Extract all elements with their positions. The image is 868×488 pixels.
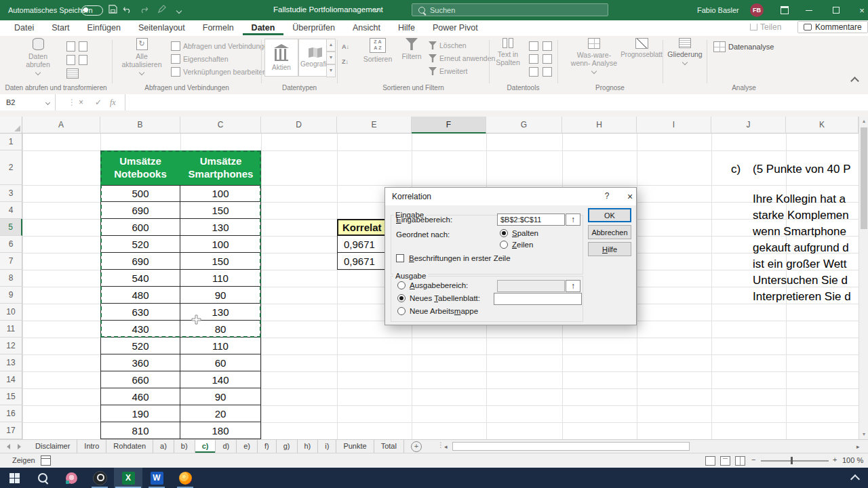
cell-C15[interactable]: 90 bbox=[180, 388, 261, 405]
cell-B10[interactable]: 630 bbox=[100, 304, 180, 321]
data-validation-icon[interactable] bbox=[529, 67, 538, 77]
sheet-tab-rohdaten[interactable]: Rohdaten bbox=[106, 440, 153, 453]
gallery-down-icon[interactable]: ▾ bbox=[326, 52, 336, 64]
row-header-4[interactable]: 4 bbox=[0, 202, 22, 219]
sheet-tab-g[interactable]: g) bbox=[277, 440, 298, 453]
search-box[interactable]: Suchen bbox=[412, 3, 608, 16]
splitter-dots-icon[interactable]: ⋮ bbox=[437, 441, 444, 449]
recent-sources-icon[interactable] bbox=[79, 41, 87, 52]
cell-B15[interactable]: 460 bbox=[100, 388, 180, 405]
consolidate-icon[interactable] bbox=[542, 41, 552, 51]
vertical-scrollbar[interactable]: ▴ ▾ bbox=[859, 117, 868, 439]
tab-power-pivot[interactable]: Power Pivot bbox=[424, 20, 487, 35]
sheet-tab-total[interactable]: Total bbox=[374, 440, 404, 453]
show-hidden-icons-icon[interactable] bbox=[850, 474, 860, 484]
zoom-slider-track[interactable] bbox=[761, 460, 829, 462]
cell-B12[interactable]: 520 bbox=[100, 338, 180, 354]
column-header-A[interactable]: A bbox=[22, 117, 100, 134]
relationships-icon[interactable] bbox=[542, 54, 552, 64]
table-header-cell[interactable]: Umsätze Smartphones bbox=[180, 150, 261, 185]
text-to-columns-button[interactable]: Text in Spalten bbox=[491, 38, 525, 66]
table-header-cell[interactable]: Umsätze Notebooks bbox=[100, 150, 180, 185]
stocks-data-type[interactable]: Aktien bbox=[264, 39, 298, 77]
output-range-field[interactable] bbox=[497, 280, 565, 292]
cell-C13[interactable]: 60 bbox=[180, 354, 261, 371]
column-header-G[interactable]: G bbox=[486, 117, 562, 134]
add-sheet-button[interactable]: + bbox=[411, 441, 422, 452]
share-button[interactable]: Teilen bbox=[750, 22, 781, 32]
redo-icon[interactable] bbox=[138, 5, 149, 16]
column-header-E[interactable]: E bbox=[337, 117, 412, 134]
column-header-J[interactable]: J bbox=[711, 117, 786, 134]
columns-radio[interactable] bbox=[500, 229, 508, 237]
row-header-10[interactable]: 10 bbox=[0, 304, 22, 321]
new-workbook-radio[interactable] bbox=[397, 307, 406, 315]
tab-ansicht[interactable]: Ansicht bbox=[344, 20, 389, 35]
cell-B8[interactable]: 540 bbox=[100, 270, 180, 287]
zoom-out-icon[interactable]: − bbox=[751, 455, 755, 464]
cell-B9[interactable]: 480 bbox=[100, 287, 180, 304]
advanced-filter-button[interactable]: Erweitert bbox=[429, 67, 467, 75]
what-if-button[interactable]: Was-ware-wenn- Analyse bbox=[568, 38, 620, 73]
scroll-right-icon[interactable]: ▸ bbox=[856, 443, 860, 450]
get-data-button[interactable]: Daten abrufen bbox=[19, 38, 57, 75]
tab-ueberpruefen[interactable]: Überprüfen bbox=[283, 20, 344, 35]
cell-B11[interactable]: 430 bbox=[100, 321, 180, 338]
output-range-label[interactable]: Ausgabebereich: bbox=[410, 281, 468, 289]
start-button[interactable] bbox=[0, 468, 28, 488]
horizontal-scroll-thumb[interactable] bbox=[452, 442, 690, 451]
cell-C16[interactable]: 20 bbox=[180, 405, 261, 422]
new-sheet-field[interactable] bbox=[494, 293, 582, 305]
taskbar-search-button[interactable] bbox=[28, 468, 57, 488]
new-workbook-label[interactable]: Neue Arbeitsmappe bbox=[410, 307, 478, 315]
ok-button[interactable]: OK bbox=[588, 208, 631, 222]
cell-C14[interactable]: 140 bbox=[180, 371, 261, 388]
forecast-sheet-button[interactable]: Prognoseblatt bbox=[621, 38, 662, 59]
sheet-tab-punkte[interactable]: Punkte bbox=[336, 440, 374, 453]
cancel-formula-icon[interactable]: × bbox=[79, 94, 83, 110]
display-settings-icon[interactable] bbox=[41, 455, 51, 466]
cell-C17[interactable]: 180 bbox=[180, 422, 261, 439]
outline-button[interactable]: Gliederung bbox=[666, 38, 704, 64]
filter-button[interactable]: Filtern bbox=[397, 38, 426, 60]
sort-az-icon[interactable]: A↓ bbox=[342, 41, 357, 52]
from-text-icon[interactable] bbox=[66, 41, 75, 52]
sheet-tab-intro[interactable]: Intro bbox=[77, 440, 106, 453]
insert-function-icon[interactable]: fx bbox=[110, 94, 116, 110]
normal-view-icon[interactable] bbox=[705, 456, 715, 466]
autosave-toggle[interactable] bbox=[81, 5, 103, 16]
scroll-down-icon[interactable]: ▾ bbox=[859, 430, 868, 439]
flash-fill-icon[interactable] bbox=[529, 41, 538, 51]
row-header-16[interactable]: 16 bbox=[0, 405, 22, 422]
row-header-11[interactable]: 11 bbox=[0, 321, 22, 338]
collapse-ribbon-icon[interactable] bbox=[850, 77, 859, 85]
labels-checkbox-label[interactable]: Beschriftungen in erster Zeile bbox=[409, 254, 511, 262]
dialog-title-bar[interactable]: Korrelation ? × bbox=[385, 188, 636, 205]
row-header-13[interactable]: 13 bbox=[0, 354, 22, 371]
sheet-nav-left-icon[interactable] bbox=[7, 444, 10, 449]
column-header-F[interactable]: F bbox=[412, 117, 486, 134]
input-range-field[interactable] bbox=[497, 214, 565, 226]
row-header-17[interactable]: 17 bbox=[0, 422, 22, 439]
edit-links-button[interactable]: Verknüpfungen bearbeiten bbox=[171, 67, 267, 77]
row-header-8[interactable]: 8 bbox=[0, 270, 22, 287]
sheet-nav-right-icon[interactable] bbox=[18, 444, 21, 449]
draw-icon[interactable] bbox=[156, 5, 167, 16]
properties-button[interactable]: Eigenschaften bbox=[171, 54, 229, 64]
cell-B17[interactable]: 810 bbox=[100, 422, 180, 439]
zoom-slider-handle[interactable] bbox=[791, 457, 793, 464]
cell-B3[interactable]: 500 bbox=[100, 185, 180, 202]
sheet-tab-b[interactable]: b) bbox=[174, 440, 195, 453]
cell-C5[interactable]: 130 bbox=[180, 219, 261, 236]
tab-start[interactable]: Start bbox=[43, 20, 78, 35]
row-header-6[interactable]: 6 bbox=[0, 236, 22, 253]
comments-button[interactable]: Kommentare bbox=[797, 21, 868, 33]
data-model-icon[interactable] bbox=[542, 67, 552, 77]
row-header-7[interactable]: 7 bbox=[0, 253, 22, 270]
column-header-I[interactable]: I bbox=[637, 117, 711, 134]
help-button[interactable]: Hilfe bbox=[588, 242, 631, 256]
page-break-view-icon[interactable] bbox=[735, 456, 745, 466]
gallery-up-icon[interactable]: ▴ bbox=[326, 39, 336, 52]
range-picker-icon[interactable]: ↑ bbox=[566, 280, 580, 292]
row-header-14[interactable]: 14 bbox=[0, 371, 22, 388]
